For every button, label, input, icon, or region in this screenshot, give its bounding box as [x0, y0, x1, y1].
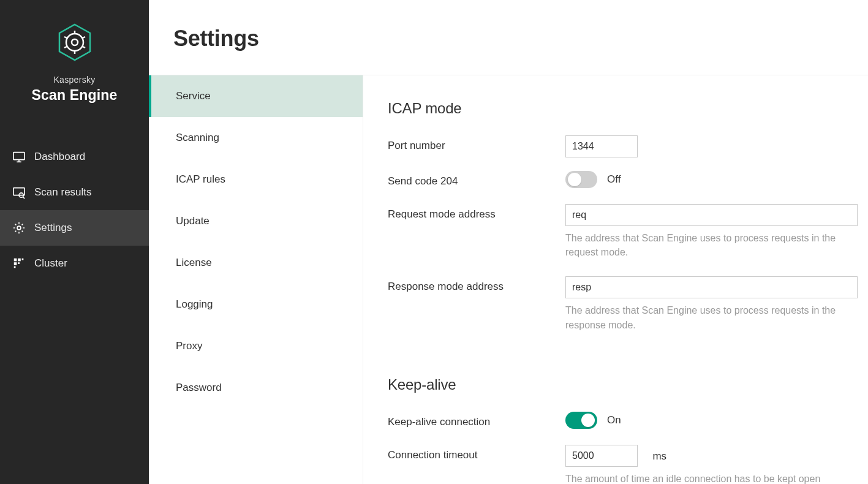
brand-title: Scan Engine [0, 87, 149, 104]
svg-rect-21 [14, 267, 16, 268]
settings-subnav: Service Scanning ICAP rules Update Licen… [149, 75, 363, 484]
keepalive-connection-toggle[interactable]: On [565, 412, 621, 429]
subnav-update[interactable]: Update [149, 200, 363, 242]
main-nav: Dashboard Scan results Settings [0, 139, 149, 281]
brand-block: Kaspersky Scan Engine [0, 0, 149, 122]
svg-rect-19 [14, 262, 17, 265]
connection-timeout-label: Connection timeout [388, 445, 565, 461]
brand-subtitle: Kaspersky [0, 75, 149, 85]
monitor-icon [12, 150, 26, 164]
port-number-input[interactable] [565, 135, 638, 157]
field-connection-timeout: Connection timeout ms [388, 445, 858, 467]
svg-line-6 [83, 47, 85, 48]
svg-point-1 [66, 34, 83, 51]
connection-timeout-unit: ms [652, 450, 666, 462]
port-number-label: Port number [388, 135, 565, 152]
page-body: Service Scanning ICAP rules Update Licen… [149, 75, 868, 484]
toggle-knob [568, 173, 581, 186]
svg-rect-20 [18, 262, 20, 264]
request-address-label: Request mode address [388, 204, 565, 221]
field-request-address: Request mode address [388, 204, 858, 226]
subnav-icap-rules[interactable]: ICAP rules [149, 159, 363, 200]
send-204-label: Send code 204 [388, 171, 565, 187]
subnav-service[interactable]: Service [149, 75, 363, 117]
brand-logo-icon [58, 23, 92, 64]
nav-cluster[interactable]: Cluster [0, 246, 149, 281]
gear-icon [12, 221, 26, 235]
response-address-label: Response mode address [388, 276, 565, 293]
toggle-knob [581, 414, 595, 427]
nav-label: Cluster [34, 257, 67, 270]
nav-settings[interactable]: Settings [0, 210, 149, 246]
keepalive-connection-state: On [607, 414, 621, 426]
field-send-code-204: Send code 204 Off [388, 171, 858, 191]
svg-line-8 [64, 47, 67, 48]
subnav-logging[interactable]: Logging [149, 284, 363, 325]
svg-line-7 [83, 37, 85, 38]
section-title-icap: ICAP mode [388, 100, 858, 117]
connection-timeout-input[interactable] [565, 445, 638, 467]
send-204-state: Off [607, 173, 621, 186]
svg-line-5 [64, 37, 67, 38]
toggle-track [565, 412, 597, 429]
subnav-password[interactable]: Password [149, 367, 363, 409]
keepalive-connection-label: Keep-alive connection [388, 412, 565, 428]
svg-rect-18 [22, 259, 24, 260]
svg-marker-0 [59, 25, 90, 60]
page: Settings Service Scanning ICAP rules Upd… [149, 0, 868, 484]
subnav-proxy[interactable]: Proxy [149, 325, 363, 367]
nav-scan-results[interactable]: Scan results [0, 175, 149, 210]
page-header: Settings [149, 0, 868, 75]
section-title-keepalive: Keep-alive [388, 376, 858, 393]
settings-content: ICAP mode Port number Send code 204 Off … [363, 75, 868, 484]
svg-point-15 [17, 226, 21, 230]
nav-label: Scan results [34, 186, 92, 199]
field-response-address: Response mode address [388, 276, 858, 298]
subnav-license[interactable]: License [149, 242, 363, 284]
request-address-input[interactable] [565, 204, 858, 226]
nav-label: Dashboard [34, 151, 85, 163]
send-204-toggle[interactable]: Off [565, 171, 621, 188]
nav-dashboard[interactable]: Dashboard [0, 139, 149, 175]
toggle-track [565, 171, 597, 188]
svg-rect-17 [18, 259, 21, 262]
connection-timeout-help: The amount of time an idle connection ha… [565, 472, 858, 484]
response-address-input[interactable] [565, 276, 858, 298]
subnav-scanning[interactable]: Scanning [149, 117, 363, 159]
request-address-help: The address that Scan Engine uses to pro… [565, 231, 858, 259]
response-address-help: The address that Scan Engine uses to pro… [565, 303, 858, 331]
field-keepalive-connection: Keep-alive connection On [388, 412, 858, 431]
svg-line-14 [23, 197, 25, 199]
svg-rect-16 [14, 259, 17, 262]
sidebar: Kaspersky Scan Engine Dashboard Scan res… [0, 0, 149, 484]
cluster-icon [12, 257, 26, 270]
nav-label: Settings [34, 222, 72, 234]
field-port-number: Port number [388, 135, 858, 157]
page-title: Settings [173, 26, 868, 51]
scan-results-icon [12, 186, 26, 199]
svg-rect-9 [13, 153, 25, 160]
svg-point-2 [72, 39, 78, 45]
